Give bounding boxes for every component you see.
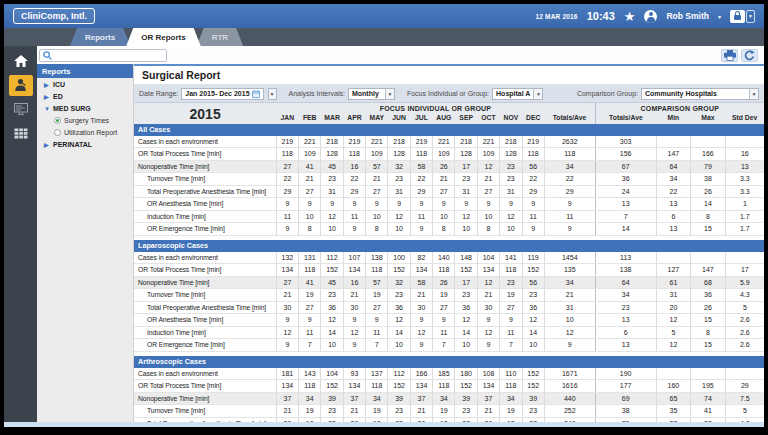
comparison-value-cell: 13 <box>595 314 656 327</box>
tree-item-med-surg[interactable]: ▼ MED SURG <box>37 102 133 114</box>
metric-label: OR Total Process Time [min] <box>134 148 276 161</box>
comparison-value-cell: 26 <box>691 185 726 198</box>
comparison-value-cell: 177 <box>595 380 656 393</box>
month-value-cell: 218 <box>455 136 477 148</box>
month-value-cell: 109 <box>433 148 455 161</box>
radio-item-utilization-report[interactable]: Utilization Report <box>37 126 133 138</box>
month-value-cell: 134 <box>343 264 365 277</box>
table-row: Turnover Time [min]211923211923211923211… <box>134 405 764 418</box>
comparison-value-cell: 38 <box>595 405 656 418</box>
month-value-cell: 27 <box>276 160 298 173</box>
month-column-header: FEB <box>299 113 321 124</box>
month-value-cell: 57 <box>366 160 388 173</box>
month-value-cell: 12 <box>388 210 410 223</box>
user-menu-caret-icon[interactable]: ▾ <box>718 13 721 20</box>
month-value-cell: 9 <box>477 339 499 352</box>
month-value-cell: 58 <box>410 160 432 173</box>
month-value-cell: 11 <box>433 326 455 339</box>
rail-button-schedule-grid-icon[interactable] <box>9 123 33 144</box>
tab-reports[interactable]: Reports <box>70 28 130 46</box>
month-value-cell: 7 <box>500 339 522 352</box>
month-value-cell: 11 <box>366 326 388 339</box>
user-avatar-icon[interactable] <box>644 10 657 23</box>
month-value-cell: 9 <box>522 223 544 236</box>
month-value-cell: 21 <box>433 173 455 186</box>
date-range-picker[interactable]: Jan 2015- Dec 2015 <box>181 88 263 100</box>
tree-item-icu[interactable]: ▶ ICU <box>37 78 133 90</box>
table-row: OR Total Process Time [min]1181091281181… <box>134 148 764 161</box>
month-value-cell: 219 <box>343 136 365 148</box>
month-value-cell: 134 <box>343 380 365 393</box>
tree-item-label: ED <box>53 93 63 100</box>
radio-item-surgery-times[interactable]: Surgery Times <box>37 114 133 126</box>
comparison-value-cell: 23 <box>656 417 691 422</box>
month-value-cell: 131 <box>299 252 321 264</box>
month-value-cell: 19 <box>299 405 321 418</box>
month-value-cell: 10 <box>366 210 388 223</box>
rail-button-census-monitor-icon[interactable] <box>9 99 33 120</box>
search-input[interactable] <box>55 52 163 59</box>
user-menu[interactable]: Rob Smith <box>666 11 709 21</box>
tree-item-perinatal[interactable]: ▶ PERINATAL <box>37 138 133 150</box>
tree-item-ed[interactable]: ▶ ED <box>37 90 133 102</box>
month-value-cell: 30 <box>343 301 365 314</box>
totals-value-cell: 440 <box>544 392 595 405</box>
comparison-value-cell: 1 <box>725 198 764 211</box>
tab-rtr[interactable]: RTR <box>197 28 243 46</box>
rail-button-surgery-reports-icon[interactable] <box>9 75 33 96</box>
month-value-cell: 41 <box>299 276 321 289</box>
focus-group-select[interactable]: Hospital A ▼ <box>492 88 543 100</box>
metric-label: Cases in each environment <box>134 252 276 264</box>
month-value-cell: 9 <box>410 198 432 211</box>
month-value-cell: 12 <box>410 326 432 339</box>
month-value-cell: 14 <box>321 326 343 339</box>
refresh-button[interactable] <box>741 49 758 62</box>
lock-dropdown[interactable]: ▾ <box>746 10 755 23</box>
print-button[interactable] <box>721 49 738 62</box>
search-icon <box>43 51 52 60</box>
tab-or-reports[interactable]: OR Reports <box>126 28 200 46</box>
totals-value-cell: 12 <box>544 326 595 339</box>
month-value-cell: 9 <box>410 223 432 236</box>
comparison-column-header: Max <box>691 113 726 124</box>
rail-button-home-icon[interactable] <box>9 51 33 72</box>
month-value-cell: 180 <box>455 368 477 380</box>
month-value-cell: 12 <box>455 210 477 223</box>
tree-item-label: MED SURG <box>53 105 91 112</box>
month-value-cell: 11 <box>343 210 365 223</box>
comparison-value-cell: 1.7 <box>725 210 764 223</box>
month-value-cell: 21 <box>343 289 365 302</box>
metric-label: Nonoperative Time [min] <box>134 160 276 173</box>
comparison-value-cell: 6 <box>656 210 691 223</box>
chevron-right-icon: ▶ <box>44 141 50 148</box>
comparison-value-cell: 3.3 <box>725 173 764 186</box>
month-value-cell: 39 <box>522 392 544 405</box>
month-value-cell: 11 <box>299 326 321 339</box>
favorite-star-icon[interactable]: ★ <box>624 10 636 23</box>
month-value-cell: 9 <box>433 314 455 327</box>
comparison-value-cell <box>725 252 764 264</box>
month-column-header: JUL <box>410 113 432 124</box>
analysis-intervals-select[interactable]: Monthly ▼ <box>348 88 395 100</box>
month-value-cell: 10 <box>455 223 477 236</box>
comparison-value-cell: 34 <box>656 173 691 186</box>
surgical-report-table: 2015 FOCUS INDIVIDUAL OR GROUP COMPARISO… <box>134 103 764 422</box>
month-value-cell: 21 <box>299 173 321 186</box>
lock-button[interactable] <box>730 10 745 23</box>
comparison-group-select[interactable]: Community Hospitals ▼ <box>641 88 759 100</box>
comparison-value-cell: 12 <box>656 314 691 327</box>
month-value-cell: 118 <box>366 264 388 277</box>
search-box[interactable] <box>39 49 167 62</box>
comparison-value-cell: 8 <box>691 326 726 339</box>
current-date: 12 MAR 2016 <box>535 13 577 20</box>
metric-label: Turnover Time [min] <box>134 289 276 302</box>
month-value-cell: 17 <box>455 276 477 289</box>
month-value-cell: 104 <box>321 368 343 380</box>
month-value-cell: 93 <box>343 368 365 380</box>
date-range-dropdown[interactable]: ▼ <box>268 88 277 100</box>
month-value-cell: 132 <box>276 252 298 264</box>
month-column-header: SEP <box>455 113 477 124</box>
month-value-cell: 8 <box>299 223 321 236</box>
month-value-cell: 9 <box>410 339 432 352</box>
month-value-cell: 19 <box>366 289 388 302</box>
